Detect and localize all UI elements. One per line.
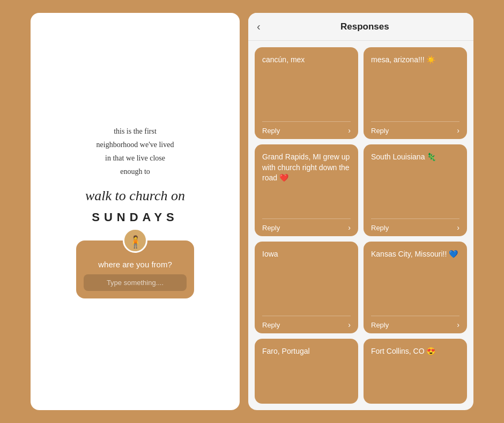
reply-bar[interactable]: Reply › bbox=[262, 316, 351, 333]
response-card-south-louisiana: South Louisiana 🦎 Reply › bbox=[364, 144, 467, 236]
reply-label: Reply bbox=[371, 321, 389, 329]
reply-label: Reply bbox=[262, 321, 280, 329]
response-text: Fort Collins, CO 😍 bbox=[371, 346, 459, 404]
reply-chevron-icon: › bbox=[348, 126, 351, 135]
sundays-text: SUNDAYS bbox=[92, 210, 179, 224]
reply-chevron-icon: › bbox=[457, 320, 459, 329]
response-text: mesa, arizona!!! ☀️ bbox=[371, 55, 459, 121]
responses-title: Responses bbox=[265, 21, 465, 32]
responses-grid: cancún, mex Reply › mesa, arizona!!! ☀️ … bbox=[248, 41, 473, 410]
response-card-cancun: cancún, mex Reply › bbox=[255, 47, 358, 139]
reply-bar[interactable]: Reply › bbox=[371, 218, 459, 236]
response-text: cancún, mex bbox=[262, 55, 351, 121]
back-button[interactable]: ‹ bbox=[257, 20, 265, 33]
responses-header: ‹ Responses bbox=[248, 13, 473, 41]
response-card-fort-collins: Fort Collins, CO 😍 bbox=[364, 339, 467, 404]
reply-label: Reply bbox=[371, 127, 389, 135]
response-text: Iowa bbox=[262, 249, 351, 316]
reply-label: Reply bbox=[262, 224, 280, 232]
story-text: this is the first neighborhood we've liv… bbox=[97, 125, 174, 179]
response-text: South Louisiana 🦎 bbox=[371, 152, 459, 218]
response-card-faro: Faro, Portugal bbox=[255, 339, 358, 404]
reply-chevron-icon: › bbox=[457, 126, 459, 135]
main-container: this is the first neighborhood we've liv… bbox=[0, 0, 504, 423]
reply-bar[interactable]: Reply › bbox=[371, 316, 459, 333]
question-label: where are you from? bbox=[98, 260, 172, 269]
type-something-input[interactable]: Type something.... bbox=[84, 274, 187, 291]
reply-chevron-icon: › bbox=[348, 223, 351, 232]
reply-bar[interactable]: Reply › bbox=[262, 218, 351, 236]
response-text: Kansas City, Missouri!! 💙 bbox=[371, 249, 459, 316]
response-card-grand-rapids: Grand Rapids, MI grew up with church rig… bbox=[255, 144, 358, 236]
response-text: Faro, Portugal bbox=[262, 346, 351, 404]
reply-label: Reply bbox=[371, 224, 389, 232]
question-box: 🧍 where are you from? Type something.... bbox=[76, 240, 194, 298]
response-card-iowa: Iowa Reply › bbox=[255, 242, 358, 333]
script-text: walk to church on bbox=[85, 188, 185, 204]
response-card-mesa: mesa, arizona!!! ☀️ Reply › bbox=[364, 47, 467, 139]
left-panel: this is the first neighborhood we've liv… bbox=[31, 13, 240, 410]
response-card-kansas-city: Kansas City, Missouri!! 💙 Reply › bbox=[364, 242, 467, 333]
avatar: 🧍 bbox=[123, 228, 147, 253]
reply-chevron-icon: › bbox=[457, 223, 459, 232]
response-text: Grand Rapids, MI grew up with church rig… bbox=[262, 152, 351, 218]
avatar-figure: 🧍 bbox=[128, 235, 143, 249]
reply-bar[interactable]: Reply › bbox=[371, 121, 459, 139]
reply-label: Reply bbox=[262, 127, 280, 135]
reply-chevron-icon: › bbox=[348, 320, 351, 329]
reply-bar[interactable]: Reply › bbox=[262, 121, 351, 139]
right-panel: ‹ Responses cancún, mex Reply › mesa, ar… bbox=[248, 13, 473, 410]
